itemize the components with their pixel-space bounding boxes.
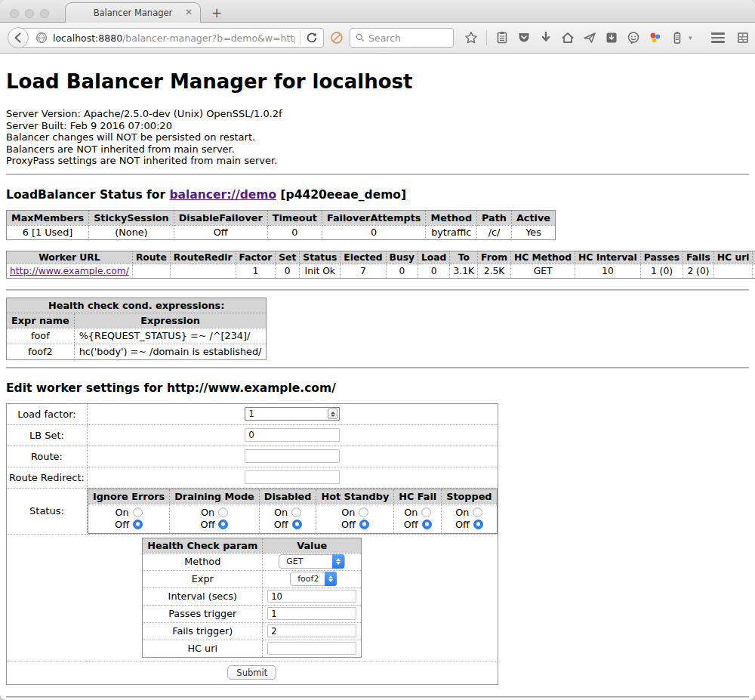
worker-col-status: Status [300,251,341,264]
table-row: Passes trigger [143,605,362,622]
number-stepper-icon[interactable] [328,409,337,419]
load-factor-label: Load factor: [7,403,88,424]
lb-set-input[interactable] [245,428,340,442]
radio-option: On [448,507,490,519]
radio-disabled-off[interactable] [292,520,302,529]
status-cell-hot-standby: OnOff [316,504,394,533]
chevron-down-icon[interactable]: ▾ [689,34,692,42]
hc-uri-input[interactable] [267,642,356,655]
new-tab-button[interactable]: + [211,7,222,20]
back-button[interactable] [8,27,29,48]
url-bar[interactable]: localhost:8880/balancer-manager?b=demo&w… [17,28,324,48]
adblock-icon[interactable] [330,31,344,45]
lb-set-label: LB Set: [7,424,88,446]
reload-icon[interactable] [305,31,319,45]
url-path: /balancer-manager?b=demo&w=http://www.ex… [122,32,295,44]
search-input[interactable] [368,32,444,44]
divider [6,174,749,175]
radio-hot-standby-on[interactable] [359,507,368,517]
pocket-icon[interactable] [517,31,531,45]
tab-close-icon[interactable]: ✕ [185,8,193,17]
balancer-col-method: Method [426,210,477,225]
worker-cell: 3.1K [450,264,478,278]
status-col-hot-standby: Hot Standby [316,489,394,504]
zoom-window-button[interactable] [40,9,49,18]
fails-trigger-input[interactable] [267,624,356,637]
status-col-disabled: Disabled [259,489,316,504]
radio-stopped-on[interactable] [473,507,482,517]
status-options-table: Ignore ErrorsDraining ModeDisabledHot St… [88,489,498,534]
worker-cell: GET [511,264,575,278]
worker-status-table: Worker URLRouteRouteRedirFactorSetStatus… [6,251,755,279]
passes-trigger-input[interactable] [267,607,356,620]
minimize-window-button[interactable] [25,9,34,18]
downloads-icon[interactable] [539,31,553,45]
radio-label: Off [274,519,288,531]
page-title: Load Balancer Manager for localhost [6,70,749,93]
balancer-cell: bytraffic [426,225,477,239]
radio-hc-fail-on[interactable] [421,507,431,517]
radio-draining-mode-on[interactable] [218,507,228,517]
balancer-demo-link[interactable]: balancer://demo [169,188,276,202]
balancer-cell: (None) [89,225,174,239]
status-col-draining-mode: Draining Mode [170,489,260,504]
radio-draining-mode-off[interactable] [218,520,228,529]
hc-label-fails-trigger: Fails trigger) [143,622,263,640]
home-icon[interactable] [561,31,575,45]
status-cell-hc-fail: OnOff [394,504,442,533]
search-bar[interactable] [350,28,454,48]
worker-cell: 0 [386,264,418,278]
route-redirect-row: Route Redirect: [7,467,498,488]
radio-disabled-on[interactable] [291,507,301,517]
radio-hc-fail-off[interactable] [422,520,432,529]
status-cell-ignore-errors: OnOff [88,504,169,533]
window-controls [10,9,49,18]
back-arrow-icon [11,31,25,45]
page-content: Load Balancer Manager for localhost Serv… [0,54,755,699]
radio-label: On [341,507,355,519]
hello-smiley-icon[interactable] [627,31,640,45]
radio-ignore-errors-on[interactable] [133,507,143,517]
radio-option: On [266,507,310,519]
worker-cell: 1 (0) [640,264,683,278]
browser-tab[interactable]: Balancer Manager ✕ [65,2,201,23]
radio-hot-standby-off[interactable] [359,520,369,529]
heading-text: LoadBalancer Status for [6,188,169,202]
radio-stopped-off[interactable] [473,520,483,529]
server-version-line: Server Version: Apache/2.5.0-dev (Unix) … [6,108,749,120]
load-factor-input[interactable] [245,407,340,421]
toolbar-separator [486,30,487,45]
grid-extension-icon[interactable] [736,31,750,45]
route-redirect-input[interactable] [245,470,340,484]
worker-cell: Init Ok [300,264,341,278]
colored-dots-extension-icon[interactable] [649,31,662,45]
worker-col-hc-interval: HC Interval [575,251,641,264]
save-panel-icon[interactable] [605,31,618,45]
worker-col-route: Route [132,251,170,264]
method-select[interactable]: GET [279,554,345,569]
reading-list-icon[interactable] [495,31,509,45]
menu-icon[interactable] [711,32,725,43]
edit-worker-heading: Edit worker settings for http://www.exam… [6,381,749,395]
route-input[interactable] [245,449,340,463]
bookmark-star-icon[interactable] [464,31,478,45]
close-window-button[interactable] [10,9,19,18]
url-text[interactable]: localhost:8880/balancer-manager?b=demo&w… [53,32,295,44]
expr-select[interactable]: foof2 [290,572,334,586]
send-icon[interactable] [583,31,596,45]
worker-cell: 10 [575,264,641,278]
radio-label: Off [201,519,215,531]
interval-secs-input[interactable] [267,590,356,603]
hc-label-expr: Expr [143,570,263,587]
table-row: Interval (secs) [143,587,362,605]
search-icon [355,32,365,43]
heading-text: [p4420eeae_demo] [276,188,406,202]
radio-ignore-errors-off[interactable] [133,520,143,529]
worker-url-link[interactable]: http://www.example.com/ [10,266,129,276]
submit-button[interactable]: Submit [227,665,276,680]
route-label: Route: [7,446,88,467]
battery-extension-icon[interactable] [670,31,684,45]
health-check-param-table: Health Check paramValueMethodGETExprfoof… [142,538,362,658]
worker-col-to: To [450,251,478,264]
hc-value-cell [263,622,362,640]
